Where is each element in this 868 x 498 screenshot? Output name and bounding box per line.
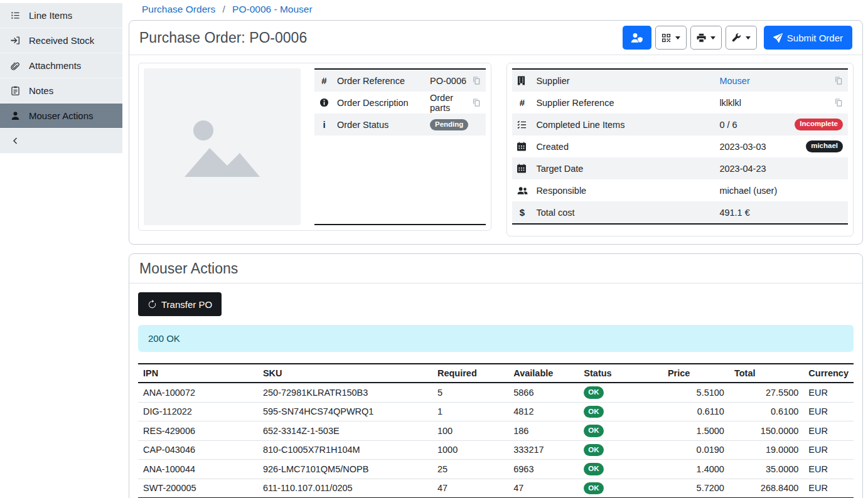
main-content: Purchase Orders / PO-0006 - Mouser Purch… [122,0,868,498]
detail-value: 2023-04-23 [719,164,843,174]
ok-badge: OK [584,463,603,475]
table-row: ANA-100044 926-LMC7101QM5/NOPB 25 6963 O… [138,460,854,479]
line-items-table: IPN SKU Required Available Status Price … [138,363,854,498]
detail-row-created: Created 2023-03-03 michael [512,135,848,157]
cell-sku: 611-110.107.011/0205 [258,479,432,498]
copy-icon[interactable] [468,98,481,107]
cell-available: 186 [508,421,579,441]
cell-sku: 926-LMC7101QM5/NOPB [258,460,432,479]
sidebar-collapse-button[interactable] [0,129,122,154]
page-title: Purchase Order: PO-0006 [139,29,307,46]
order-detail-box: # Order Reference PO-0006 Order Descri [138,63,491,231]
cell-total: 35.0000 [729,460,803,479]
copy-icon[interactable] [834,98,843,107]
status-alert: 200 OK [138,325,854,352]
cell-sku: 250-72981KLRATR150B3 [258,383,432,402]
sidebar-item-mouser-actions[interactable]: Mouser Actions [0,103,122,129]
cell-ipn: ANA-100044 [138,460,258,479]
order-status-badge: Pending [430,119,468,131]
list-icon [9,11,21,20]
cell-total: 268.8400 [729,479,803,498]
chevron-left-icon [9,137,21,145]
detail-row-order-reference: # Order Reference PO-0006 [314,70,486,92]
cell-status: OK [579,460,663,479]
status-alert-text: 200 OK [148,333,180,344]
submit-order-button[interactable]: Submit Order [764,26,852,50]
ok-badge: OK [584,425,603,437]
cell-total: 19.0000 [729,440,803,460]
sign-in-icon [9,36,21,45]
cell-required: 5 [432,383,508,402]
cell-total: 27.5500 [729,383,803,402]
detail-value: lklklkl [719,98,834,108]
detail-row-responsible: Responsible michael (user) [512,179,848,201]
supplier-link[interactable]: Mouser [719,76,749,86]
table-row: RES-429006 652-3314Z-1-503E 100 186 OK 1… [138,421,854,441]
sidebar-item-label: Notes [29,85,53,96]
transfer-po-button[interactable]: Transfer PO [138,292,222,316]
calendar-icon [517,164,536,173]
paperclip-icon [9,61,21,71]
part-image-placeholder[interactable] [144,68,301,225]
print-actions-button[interactable] [690,26,722,50]
sidebar-item-notes[interactable]: Notes [0,78,122,103]
cell-available: 47 [508,479,579,498]
cell-ipn: DIG-112022 [138,402,258,421]
cell-ipn: RES-429006 [138,421,258,441]
cell-required: 25 [432,460,508,479]
cell-required: 1 [432,402,508,421]
paper-plane-icon [773,33,783,43]
cell-status: OK [579,383,663,402]
user-icon [9,111,21,120]
users-icon [517,186,536,195]
detail-label: Completed Line Items [536,120,719,130]
caret-down-icon [746,36,751,40]
sidebar-item-label: Attachments [29,60,81,71]
info-circle-icon [319,98,337,107]
copy-icon[interactable] [468,76,481,85]
cell-status: OK [579,402,663,421]
printer-icon [697,33,706,43]
cell-sku: 652-3314Z-1-503E [258,421,432,441]
user-roles-button[interactable] [623,26,651,50]
cell-price: 5.7200 [663,479,729,498]
cell-available: 5866 [508,383,579,402]
column-header-currency: Currency [803,364,854,383]
cell-currency: EUR [803,383,854,402]
copy-icon[interactable] [834,76,843,85]
order-toolbar: Submit Order [623,26,852,50]
detail-label: Order Status [337,120,430,130]
detail-label: Created [536,142,719,152]
mouser-actions-body: Transfer PO 200 OK IPN SKU [129,283,862,498]
purchase-order-panel: Purchase Order: PO-0006 [129,20,863,245]
sidebar-item-attachments[interactable]: Attachments [0,53,122,78]
detail-label: Target Date [536,164,719,174]
order-actions-button[interactable] [726,26,757,50]
sidebar-item-label: Received Stock [29,35,94,46]
column-header-sku: SKU [258,364,432,383]
user-shield-icon [631,33,643,43]
cell-ipn: ANA-100072 [138,383,258,402]
sidebar-item-received-stock[interactable]: Received Stock [0,28,122,53]
barcode-actions-button[interactable] [655,26,687,50]
column-header-available: Available [508,364,579,383]
sidebar-item-line-items[interactable]: Line Items [0,3,122,28]
cell-currency: EUR [803,479,854,498]
detail-label: Order Reference [337,76,430,86]
cell-status: OK [579,421,663,441]
calendar-icon [517,142,536,151]
detail-value: michael (user) [719,186,843,196]
breadcrumb-link-po-0006[interactable]: PO-0006 - Mouser [232,4,313,14]
qrcode-icon [662,33,671,43]
list-check-icon [517,120,536,129]
cell-status: OK [579,479,663,498]
column-header-total: Total [729,364,803,383]
breadcrumb-link-purchase-orders[interactable]: Purchase Orders [142,4,215,14]
breadcrumb: Purchase Orders / PO-0006 - Mouser [129,0,863,20]
mouser-actions-panel: Mouser Actions Transfer PO 200 OK [129,253,863,498]
cell-price: 1.4000 [663,460,729,479]
supplier-details-table: Supplier Mouser # Supplier Reference lkl… [512,68,848,225]
column-header-required: Required [432,364,508,383]
cell-currency: EUR [803,402,854,421]
info-icon: i [319,119,329,130]
